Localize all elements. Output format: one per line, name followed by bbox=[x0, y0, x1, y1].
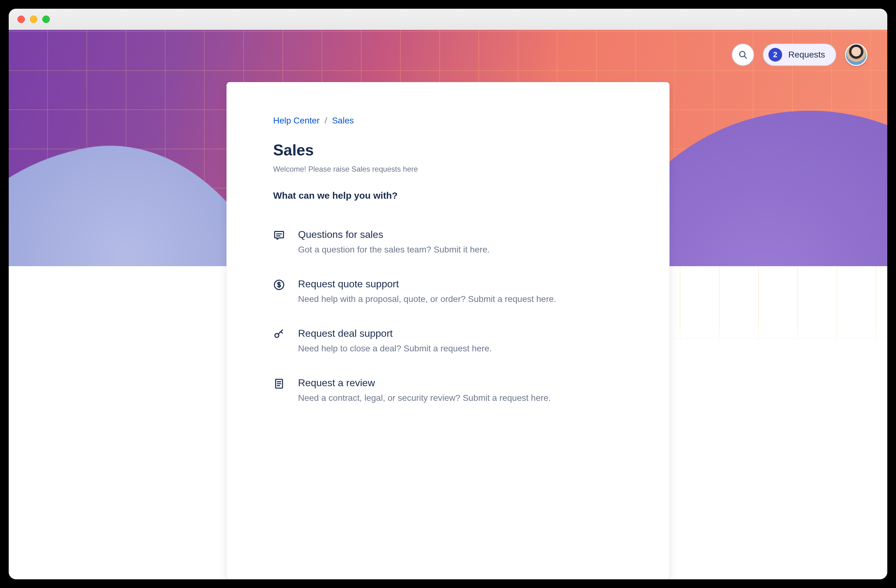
request-type-desc: Need a contract, legal, or security revi… bbox=[298, 393, 551, 403]
request-type-questions-for-sales[interactable]: Questions for sales Got a question for t… bbox=[273, 229, 623, 255]
request-type-list: Questions for sales Got a question for t… bbox=[273, 229, 623, 403]
portal-card: Help Center / Sales Sales Welcome! Pleas… bbox=[227, 82, 669, 579]
window-close-button[interactable] bbox=[17, 15, 25, 23]
app-window: 2 Requests Help Center / Sales Sales Wel… bbox=[9, 9, 887, 579]
breadcrumb-root-link[interactable]: Help Center bbox=[273, 115, 320, 126]
breadcrumb: Help Center / Sales bbox=[273, 115, 623, 126]
requests-label: Requests bbox=[788, 50, 825, 60]
window-zoom-button[interactable] bbox=[42, 15, 50, 23]
breadcrumb-separator: / bbox=[325, 115, 327, 126]
request-type-title: Request quote support bbox=[298, 278, 556, 290]
window-minimize-button[interactable] bbox=[30, 15, 37, 23]
document-icon bbox=[273, 378, 286, 390]
window-titlebar bbox=[9, 9, 887, 30]
request-type-desc: Need help to close a deal? Submit a requ… bbox=[298, 343, 492, 354]
request-type-title: Request a review bbox=[298, 377, 551, 389]
search-icon bbox=[738, 50, 748, 60]
request-type-desc: Got a question for the sales team? Submi… bbox=[298, 245, 490, 255]
key-icon bbox=[273, 328, 286, 341]
request-type-deal-support[interactable]: Request deal support Need help to close … bbox=[273, 328, 623, 354]
help-prompt: What can we help you with? bbox=[273, 190, 623, 201]
dollar-icon bbox=[273, 279, 286, 291]
search-button[interactable] bbox=[732, 44, 754, 66]
breadcrumb-current-link[interactable]: Sales bbox=[332, 115, 354, 126]
request-type-review[interactable]: Request a review Need a contract, legal,… bbox=[273, 377, 623, 403]
page-subtitle: Welcome! Please raise Sales requests her… bbox=[273, 165, 623, 173]
request-type-title: Questions for sales bbox=[298, 229, 490, 240]
request-type-quote-support[interactable]: Request quote support Need help with a p… bbox=[273, 278, 623, 304]
requests-count-badge: 2 bbox=[768, 48, 782, 62]
page-title: Sales bbox=[273, 141, 623, 159]
chat-icon bbox=[273, 229, 286, 242]
svg-line-1 bbox=[744, 56, 747, 58]
request-type-desc: Need help with a proposal, quote, or ord… bbox=[298, 294, 556, 304]
requests-button[interactable]: 2 Requests bbox=[763, 44, 836, 66]
user-avatar[interactable] bbox=[845, 44, 867, 66]
request-type-title: Request deal support bbox=[298, 328, 492, 339]
header-toolbar: 2 Requests bbox=[732, 44, 867, 66]
